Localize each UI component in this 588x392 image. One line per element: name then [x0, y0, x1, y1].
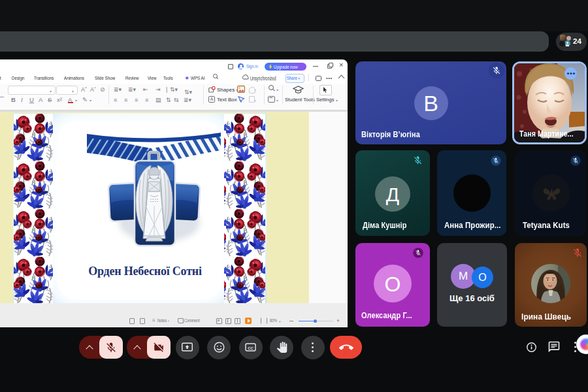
svg-text:CC: CC [248, 346, 253, 350]
